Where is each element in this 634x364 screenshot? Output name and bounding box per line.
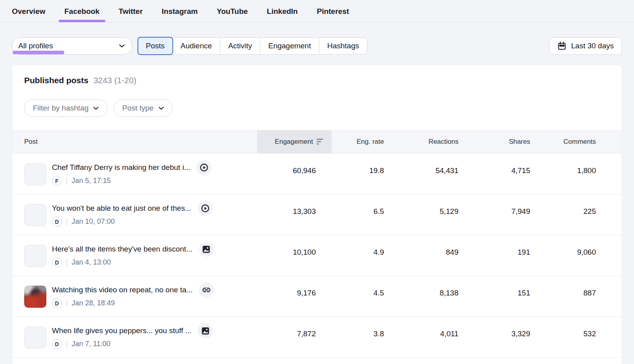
meta-separator: | <box>66 299 68 307</box>
nav-tab-label: Overview <box>12 7 46 15</box>
meta-separator: | <box>66 258 68 267</box>
cell-eng-rate: 3.8 <box>332 317 400 338</box>
cell-reactions: 8,138 <box>400 276 474 297</box>
profile-badge: D <box>52 257 62 267</box>
table-row: Chef Tiffany Derry is making her debut i… <box>12 153 622 194</box>
profile-badge: F <box>52 176 62 186</box>
card-title: Published posts <box>24 76 88 85</box>
view-tab-label: Hashtags <box>327 42 359 50</box>
media-type-icon <box>198 323 213 338</box>
nav-tab-label: Twitter <box>118 7 143 15</box>
media-type-icon <box>197 160 212 175</box>
view-tab-activity[interactable]: Activity <box>220 37 260 55</box>
post-date: Jan 7, 11:00 <box>72 340 111 348</box>
post-title-link[interactable]: When life gives you peppers... you stuff… <box>52 326 191 335</box>
toolbar: All profiles Posts Audience Activity Eng… <box>0 23 634 55</box>
cell-eng-rate: 19.8 <box>332 154 400 175</box>
nav-tab-label: Instagram <box>162 7 198 15</box>
post-thumbnail[interactable] <box>24 286 46 308</box>
profile-select-dropdown[interactable]: All profiles <box>12 37 132 55</box>
meta-separator: | <box>66 177 68 185</box>
media-type-icon <box>199 282 214 297</box>
cell-shares: 151 <box>474 276 546 297</box>
cell-eng-rate: 4.9 <box>332 235 400 257</box>
nav-tab-label: Pinterest <box>317 7 349 15</box>
profile-select-value: All profiles <box>18 42 53 50</box>
nav-tab-pinterest[interactable]: Pinterest <box>317 7 349 22</box>
post-title-link[interactable]: Chef Tiffany Derry is making her debut i… <box>52 163 190 172</box>
view-tabs: Posts Audience Activity Engagement Hasht… <box>138 37 367 55</box>
calendar-icon <box>558 42 566 50</box>
cell-reactions: 4,011 <box>400 317 474 338</box>
post-title-link[interactable]: You won't be able to eat just one of the… <box>52 204 191 213</box>
nav-tab-instagram[interactable]: Instagram <box>162 7 198 22</box>
cell-shares: 4,715 <box>474 154 546 175</box>
social-channels-nav: Overview Facebook Twitter Instagram YouT… <box>0 0 634 23</box>
post-date: Jan 28, 18:49 <box>72 299 115 307</box>
date-range-button[interactable]: Last 30 days <box>549 37 622 55</box>
column-header-engagement[interactable]: Engagement <box>257 130 332 153</box>
cell-reactions: 54,431 <box>400 154 474 175</box>
table-row-partial <box>12 357 622 364</box>
column-header-engagement-label: Engagement <box>275 138 313 146</box>
view-tab-audience[interactable]: Audience <box>173 37 220 55</box>
post-type-dropdown[interactable]: Post type <box>113 99 172 117</box>
nav-tab-overview[interactable]: Overview <box>12 7 46 22</box>
nav-tab-linkedin[interactable]: LinkedIn <box>267 7 298 22</box>
column-header-reactions[interactable]: Reactions <box>400 138 474 146</box>
cell-comments: 887 <box>546 276 622 297</box>
post-cell: You won't be able to eat just one of the… <box>12 194 257 227</box>
cell-engagement: 13,303 <box>257 194 332 216</box>
profile-badge: D <box>52 339 62 349</box>
card-count: 3243 (1-20) <box>94 76 137 85</box>
published-posts-card: Published posts 3243 (1-20) Filter by ha… <box>12 65 622 364</box>
cell-comments: 1,800 <box>546 154 622 175</box>
column-header-eng-rate[interactable]: Eng. rate <box>332 138 400 146</box>
cell-eng-rate: 4.5 <box>332 276 400 297</box>
filter-by-hashtag-label: Filter by hashtag <box>33 104 88 112</box>
nav-tab-youtube[interactable]: YouTube <box>217 7 248 22</box>
table-row: You won't be able to eat just one of the… <box>12 194 622 235</box>
column-header-comments[interactable]: Comments <box>546 138 622 146</box>
cell-eng-rate: 6.5 <box>332 194 400 216</box>
post-thumbnail[interactable] <box>24 163 46 185</box>
column-header-shares[interactable]: Shares <box>474 138 546 146</box>
media-type-icon <box>198 201 213 216</box>
chevron-down-icon <box>93 107 99 110</box>
post-cell: Here's all the items they've been discon… <box>12 235 257 267</box>
chevron-down-icon <box>119 44 125 48</box>
date-range-label: Last 30 days <box>571 42 614 50</box>
view-tab-posts[interactable]: Posts <box>137 37 173 55</box>
view-tab-hashtags[interactable]: Hashtags <box>319 37 367 55</box>
profile-badge: D <box>52 217 62 227</box>
filter-row: Filter by hashtag Post type <box>12 85 622 130</box>
profile-select-highlight <box>13 51 64 54</box>
post-date: Jan 10, 07:00 <box>72 217 115 226</box>
nav-tab-label: LinkedIn <box>267 7 298 15</box>
card-header: Published posts 3243 (1-20) <box>12 65 622 85</box>
nav-tab-twitter[interactable]: Twitter <box>118 7 143 22</box>
post-thumbnail[interactable] <box>24 326 46 349</box>
meta-separator: | <box>66 340 68 348</box>
post-cell: Watching this video on repeat, no one ta… <box>12 276 257 308</box>
post-cell: When life gives you peppers... you stuff… <box>12 317 257 349</box>
post-thumbnail[interactable] <box>24 204 46 226</box>
nav-tab-facebook[interactable]: Facebook <box>65 7 100 22</box>
cell-comments: 9,060 <box>546 235 622 257</box>
post-title-link[interactable]: Watching this video on repeat, no one ta… <box>52 286 193 294</box>
chevron-down-icon <box>158 107 164 110</box>
post-date: Jan 5, 17:15 <box>72 177 111 185</box>
profile-badge: D <box>52 298 62 308</box>
nav-tab-label: YouTube <box>217 7 248 15</box>
cell-shares: 3,329 <box>474 317 546 338</box>
nav-tab-label: Facebook <box>65 7 100 15</box>
view-tab-label: Audience <box>181 42 212 50</box>
post-title-link[interactable]: Here's all the items they've been discon… <box>52 245 193 253</box>
cell-comments: 225 <box>546 194 622 216</box>
table-row: When life gives you peppers... you stuff… <box>12 316 622 357</box>
post-thumbnail[interactable] <box>24 245 46 267</box>
meta-separator: | <box>66 217 68 226</box>
view-tab-engagement[interactable]: Engagement <box>260 37 319 55</box>
active-tab-underline <box>59 20 106 22</box>
filter-by-hashtag-dropdown[interactable]: Filter by hashtag <box>24 99 107 117</box>
